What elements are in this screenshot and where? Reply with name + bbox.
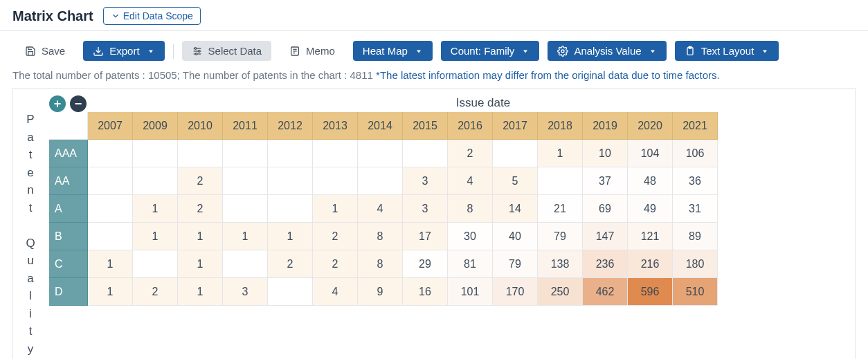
matrix-cell[interactable]: 1 <box>88 250 133 278</box>
matrix-cell[interactable]: 2 <box>178 167 223 195</box>
column-header[interactable]: 2011 <box>223 112 268 140</box>
matrix-cell[interactable] <box>313 140 358 167</box>
matrix-cell[interactable] <box>133 250 178 278</box>
zoom-out-button[interactable]: − <box>70 95 87 112</box>
matrix-cell[interactable]: 106 <box>673 140 718 167</box>
matrix-cell[interactable] <box>268 140 313 167</box>
matrix-cell[interactable]: 36 <box>673 167 718 195</box>
matrix-cell[interactable] <box>88 140 133 167</box>
matrix-cell[interactable] <box>88 223 133 250</box>
export-button[interactable]: Export <box>83 41 164 61</box>
zoom-in-button[interactable]: + <box>49 95 66 112</box>
matrix-cell[interactable]: 216 <box>628 250 673 278</box>
matrix-cell[interactable]: 250 <box>538 278 583 306</box>
column-header[interactable]: 2007 <box>88 112 133 140</box>
matrix-cell[interactable]: 101 <box>448 278 493 306</box>
column-header[interactable]: 2010 <box>178 112 223 140</box>
column-header[interactable]: 2014 <box>358 112 403 140</box>
matrix-cell[interactable]: 21 <box>538 195 583 223</box>
row-header[interactable]: D <box>49 278 88 306</box>
matrix-cell[interactable]: 2 <box>313 250 358 278</box>
matrix-cell[interactable]: 8 <box>448 195 493 223</box>
matrix-cell[interactable]: 89 <box>673 223 718 250</box>
column-header[interactable]: 2017 <box>493 112 538 140</box>
column-header[interactable]: 2015 <box>403 112 448 140</box>
matrix-cell[interactable]: 5 <box>493 167 538 195</box>
matrix-cell[interactable]: 4 <box>448 167 493 195</box>
matrix-cell[interactable]: 31 <box>673 195 718 223</box>
matrix-cell[interactable]: 236 <box>583 250 628 278</box>
matrix-cell[interactable] <box>403 140 448 167</box>
matrix-cell[interactable]: 104 <box>628 140 673 167</box>
matrix-cell[interactable]: 2 <box>268 250 313 278</box>
matrix-cell[interactable]: 1 <box>178 278 223 306</box>
matrix-cell[interactable]: 81 <box>448 250 493 278</box>
matrix-cell[interactable]: 147 <box>583 223 628 250</box>
matrix-cell[interactable]: 1 <box>133 195 178 223</box>
matrix-cell[interactable]: 3 <box>223 278 268 306</box>
matrix-cell[interactable]: 2 <box>178 195 223 223</box>
matrix-cell[interactable]: 1 <box>88 278 133 306</box>
matrix-cell[interactable] <box>268 195 313 223</box>
column-header[interactable]: 2016 <box>448 112 493 140</box>
matrix-cell[interactable]: 180 <box>673 250 718 278</box>
matrix-cell[interactable]: 9 <box>358 278 403 306</box>
matrix-cell[interactable]: 138 <box>538 250 583 278</box>
column-header[interactable]: 2020 <box>628 112 673 140</box>
matrix-cell[interactable] <box>223 195 268 223</box>
row-header[interactable]: C <box>49 250 88 278</box>
matrix-cell[interactable]: 48 <box>628 167 673 195</box>
matrix-cell[interactable]: 4 <box>313 278 358 306</box>
matrix-cell[interactable] <box>133 167 178 195</box>
matrix-cell[interactable]: 8 <box>358 250 403 278</box>
column-header[interactable]: 2009 <box>133 112 178 140</box>
matrix-cell[interactable]: 17 <box>403 223 448 250</box>
matrix-cell[interactable] <box>268 167 313 195</box>
column-header[interactable]: 2013 <box>313 112 358 140</box>
matrix-cell[interactable]: 1 <box>538 140 583 167</box>
column-header[interactable]: 2018 <box>538 112 583 140</box>
matrix-cell[interactable] <box>223 167 268 195</box>
matrix-cell[interactable]: 14 <box>493 195 538 223</box>
matrix-cell[interactable]: 3 <box>403 195 448 223</box>
matrix-cell[interactable]: 121 <box>628 223 673 250</box>
matrix-cell[interactable] <box>358 140 403 167</box>
row-header[interactable]: A <box>49 195 88 223</box>
matrix-cell[interactable]: 69 <box>583 195 628 223</box>
matrix-cell[interactable]: 2 <box>448 140 493 167</box>
matrix-cell[interactable] <box>88 195 133 223</box>
count-family-button[interactable]: Count: Family <box>441 41 540 61</box>
memo-button[interactable]: Memo <box>280 41 345 61</box>
matrix-cell[interactable]: 510 <box>673 278 718 306</box>
matrix-cell[interactable] <box>133 140 178 167</box>
matrix-cell[interactable]: 29 <box>403 250 448 278</box>
column-header[interactable]: 2019 <box>583 112 628 140</box>
save-button[interactable]: Save <box>15 41 75 61</box>
column-header[interactable]: 2012 <box>268 112 313 140</box>
matrix-cell[interactable]: 37 <box>583 167 628 195</box>
matrix-cell[interactable] <box>313 167 358 195</box>
matrix-cell[interactable]: 8 <box>358 223 403 250</box>
column-header[interactable]: 2021 <box>673 112 718 140</box>
matrix-cell[interactable]: 1 <box>133 223 178 250</box>
row-header[interactable]: AA <box>49 167 88 195</box>
matrix-cell[interactable]: 4 <box>358 195 403 223</box>
matrix-cell[interactable]: 2 <box>313 223 358 250</box>
matrix-cell[interactable]: 79 <box>538 223 583 250</box>
matrix-cell[interactable]: 170 <box>493 278 538 306</box>
matrix-cell[interactable] <box>538 167 583 195</box>
matrix-cell[interactable] <box>223 140 268 167</box>
matrix-cell[interactable]: 79 <box>493 250 538 278</box>
matrix-cell[interactable] <box>358 167 403 195</box>
text-layout-button[interactable]: Text Layout <box>675 41 779 61</box>
matrix-cell[interactable]: 49 <box>628 195 673 223</box>
matrix-cell[interactable]: 1 <box>268 223 313 250</box>
matrix-cell[interactable] <box>493 140 538 167</box>
select-data-button[interactable]: Select Data <box>182 41 272 61</box>
matrix-cell[interactable]: 462 <box>583 278 628 306</box>
heat-map-button[interactable]: Heat Map <box>353 41 433 61</box>
matrix-cell[interactable]: 2 <box>133 278 178 306</box>
matrix-cell[interactable]: 1 <box>178 223 223 250</box>
matrix-cell[interactable] <box>268 278 313 306</box>
matrix-cell[interactable]: 3 <box>403 167 448 195</box>
